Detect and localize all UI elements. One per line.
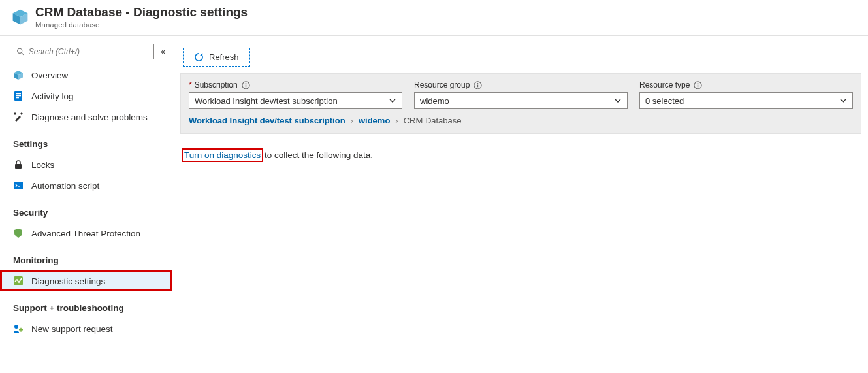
svg-marker-19 <box>199 53 202 56</box>
chevron-down-icon <box>839 97 847 105</box>
tools-icon <box>13 112 24 122</box>
refresh-button[interactable]: Refresh <box>183 48 250 67</box>
svg-rect-10 <box>16 95 21 96</box>
sidebar-item-overview[interactable]: Overview <box>0 65 172 86</box>
svg-rect-21 <box>246 84 246 87</box>
sidebar-item-locks[interactable]: Locks <box>0 154 172 175</box>
svg-point-28 <box>698 82 699 84</box>
filter-label-rt: Resource type <box>639 80 853 89</box>
sidebar-item-label: Overview <box>31 71 68 80</box>
log-icon <box>13 91 24 101</box>
svg-point-16 <box>14 325 18 329</box>
svg-rect-11 <box>16 97 19 98</box>
breadcrumb-resource-group[interactable]: widemo <box>359 116 390 125</box>
sidebar-section-support: Support + troubleshooting <box>0 291 172 318</box>
info-icon[interactable] <box>474 81 482 89</box>
resource-group-dropdown[interactable]: widemo <box>414 92 628 109</box>
page-title: CRM Database - Diagnostic settings <box>35 5 248 20</box>
sidebar-section-monitoring: Monitoring <box>0 244 172 270</box>
svg-rect-18 <box>20 328 22 332</box>
filter-subscription: * Subscription Workload Insight dev/test… <box>189 80 402 109</box>
sidebar-item-label: Advanced Threat Protection <box>31 229 140 238</box>
info-icon[interactable] <box>242 81 250 89</box>
filter-bar: * Subscription Workload Insight dev/test… <box>180 73 861 134</box>
sidebar-item-atp[interactable]: Advanced Threat Protection <box>0 223 172 244</box>
refresh-label: Refresh <box>209 52 239 62</box>
main-content: Refresh * Subscription Workload Insight … <box>172 36 868 339</box>
svg-rect-13 <box>14 182 23 189</box>
required-star: * <box>189 80 192 89</box>
subscription-dropdown[interactable]: Workload Insight dev/test subscription <box>189 92 402 109</box>
script-icon <box>13 180 24 191</box>
resource-type-dropdown[interactable]: 0 selected <box>639 92 853 109</box>
svg-rect-27 <box>698 84 698 87</box>
refresh-icon <box>194 52 204 62</box>
sidebar-item-label: Locks <box>31 160 54 170</box>
support-icon <box>13 323 24 334</box>
sidebar-item-diagnose[interactable]: Diagnose and solve problems <box>0 106 172 127</box>
sidebar-item-automation-script[interactable]: Automation script <box>0 175 172 196</box>
turn-on-diagnostics-link[interactable]: Turn on diagnostics <box>183 150 262 161</box>
content-message-text: to collect the following data. <box>262 150 373 160</box>
page-header-titles: CRM Database - Diagnostic settings Manag… <box>35 5 248 29</box>
svg-point-22 <box>245 82 246 84</box>
sidebar-section-security: Security <box>0 196 172 223</box>
dropdown-value: Workload Insight dev/test subscription <box>195 96 338 106</box>
breadcrumb: Workload Insight dev/test subscription ›… <box>189 116 853 125</box>
filter-label-rg: Resource group <box>414 80 628 89</box>
chevron-down-icon <box>614 97 622 105</box>
breadcrumb-separator: › <box>351 116 353 125</box>
sidebar: « Overview Activity log Diagnose and sol… <box>0 36 172 339</box>
cube-icon <box>13 70 24 80</box>
dropdown-value: 0 selected <box>645 96 684 106</box>
info-icon[interactable] <box>694 81 702 89</box>
filter-label-subscription: * Subscription <box>189 80 402 89</box>
diagnostic-icon <box>13 276 24 286</box>
sidebar-item-label: Diagnose and solve problems <box>31 112 148 122</box>
filter-resource-type: Resource type 0 selected <box>639 80 853 109</box>
content-message: Turn on diagnostics to collect the follo… <box>180 150 861 161</box>
search-input[interactable] <box>29 47 150 56</box>
breadcrumb-current: CRM Database <box>404 116 462 125</box>
shield-icon <box>13 228 24 238</box>
toolbar: Refresh <box>180 44 861 73</box>
svg-rect-9 <box>16 93 21 94</box>
sidebar-item-support-request[interactable]: New support request <box>0 318 172 339</box>
svg-point-25 <box>477 82 479 84</box>
lock-icon <box>13 159 24 170</box>
svg-point-3 <box>18 48 22 53</box>
chevron-down-icon <box>389 97 396 105</box>
sidebar-item-label: Automation script <box>31 181 99 191</box>
svg-rect-24 <box>477 84 478 87</box>
sidebar-item-label: Activity log <box>31 91 74 101</box>
sidebar-item-activity-log[interactable]: Activity log <box>0 86 172 106</box>
sidebar-item-label: Diagnostic settings <box>31 276 105 286</box>
breadcrumb-subscription[interactable]: Workload Insight dev/test subscription <box>189 116 346 125</box>
breadcrumb-separator: › <box>395 116 398 125</box>
page-header: CRM Database - Diagnostic settings Manag… <box>0 0 868 36</box>
dropdown-value: widemo <box>420 96 449 106</box>
svg-line-4 <box>22 53 24 55</box>
page-subtitle: Managed database <box>35 21 248 29</box>
search-input-wrapper[interactable] <box>12 44 154 59</box>
search-icon <box>16 47 25 56</box>
svg-rect-12 <box>15 164 22 169</box>
collapse-sidebar-button[interactable]: « <box>161 47 165 56</box>
database-icon <box>12 8 29 25</box>
filter-resource-group: Resource group widemo <box>414 80 628 109</box>
sidebar-section-settings: Settings <box>0 127 172 154</box>
sidebar-item-diagnostic-settings[interactable]: Diagnostic settings <box>0 270 172 291</box>
sidebar-item-label: New support request <box>31 324 113 334</box>
